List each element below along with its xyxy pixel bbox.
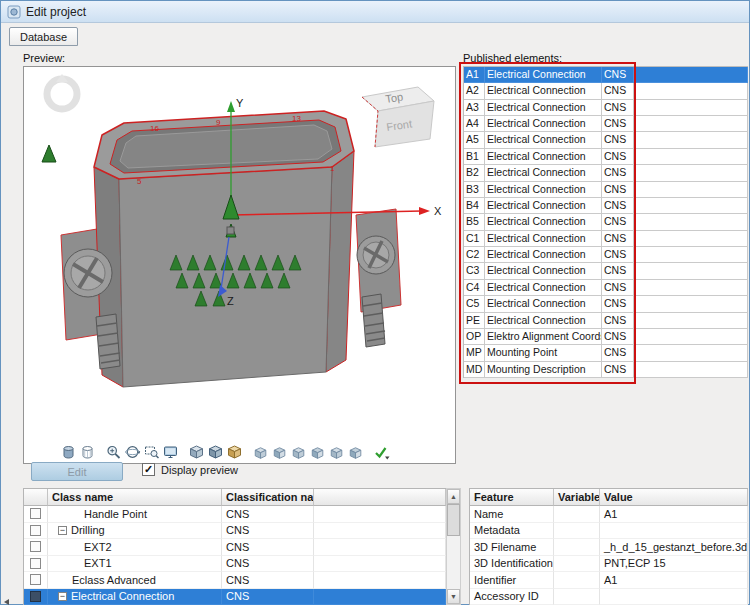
view-cube-6-icon[interactable] (347, 444, 364, 460)
published-id-cell: A5 (464, 132, 485, 148)
published-row[interactable]: A1Electrical ConnectionCNS (464, 67, 748, 83)
class-header-name[interactable]: Class name (48, 489, 222, 506)
wireframe-cylinder-icon[interactable] (79, 444, 96, 460)
published-row[interactable]: A4Electrical ConnectionCNS (464, 116, 748, 132)
class-checkbox[interactable] (30, 558, 41, 569)
published-row[interactable]: MDMounting DescriptionCNS (464, 362, 748, 378)
orbit-compass-icon[interactable] (47, 74, 77, 109)
preview-3d-viewport[interactable]: Top Front (23, 66, 456, 464)
tab-database[interactable]: Database (9, 27, 78, 46)
scroll-up-icon[interactable]: ▲ (447, 489, 460, 504)
app-icon (7, 5, 21, 19)
published-row[interactable]: B5Electrical ConnectionCNS (464, 214, 748, 230)
class-checkbox[interactable] (30, 508, 41, 519)
feature-row[interactable]: NameA1 (470, 506, 748, 523)
class-checkbox-cell (24, 589, 48, 605)
published-row[interactable]: B1Electrical ConnectionCNS (464, 149, 748, 165)
variable-cell (554, 523, 600, 540)
class-row[interactable]: Handle PointCNS (24, 506, 446, 523)
feature-row[interactable]: 3D IdentificationPNT,ECP 15 (470, 556, 748, 573)
feature-header-feature[interactable]: Feature (470, 489, 554, 506)
preview-toolbar (60, 444, 390, 460)
published-row[interactable]: C1Electrical ConnectionCNS (464, 231, 748, 247)
orbit-icon[interactable] (124, 444, 141, 460)
svg-text:13: 13 (292, 114, 301, 123)
expander-minus-icon[interactable]: − (58, 592, 67, 601)
published-id-cell: C3 (464, 263, 485, 279)
shaded-cylinder-icon[interactable] (60, 444, 77, 460)
feature-row[interactable]: Accessory ID (470, 589, 748, 605)
published-name-cell: Electrical Connection (485, 231, 602, 247)
class-row[interactable]: −DrillingCNS (24, 523, 446, 540)
published-cns-cell: CNS (602, 182, 634, 198)
feature-cell: Accessory ID (470, 589, 554, 605)
published-row[interactable]: C5Electrical ConnectionCNS (464, 296, 748, 312)
published-filler-cell (634, 83, 748, 99)
published-row[interactable]: B4Electrical ConnectionCNS (464, 198, 748, 214)
published-row[interactable]: A2Electrical ConnectionCNS (464, 83, 748, 99)
class-header-classification[interactable]: Classification name (222, 489, 314, 506)
feature-row[interactable]: Metadata (470, 523, 748, 540)
class-header-checkbox[interactable] (24, 489, 48, 506)
zoom-window-icon[interactable] (143, 444, 160, 460)
edit-button[interactable]: Edit (31, 462, 123, 481)
classification-cell: CNS (222, 506, 314, 523)
published-name-cell: Electrical Connection (485, 116, 602, 132)
titlebar[interactable]: Edit project (1, 1, 749, 23)
display-preview-option[interactable]: ✓ Display preview (142, 463, 238, 476)
published-cns-cell: CNS (602, 198, 634, 214)
class-row[interactable]: Eclass AdvancedCNS (24, 572, 446, 589)
preview-label: Preview: (23, 52, 65, 64)
published-row[interactable]: C4Electrical ConnectionCNS (464, 280, 748, 296)
class-checkbox[interactable] (30, 574, 41, 585)
edged-cube-icon[interactable] (207, 444, 224, 460)
class-row[interactable]: −Electrical ConnectionCNS (24, 589, 446, 605)
class-checkbox[interactable] (30, 591, 41, 602)
value-cell: PNT,ECP 15 (600, 556, 748, 573)
published-id-cell: B4 (464, 198, 485, 214)
feature-header-variable[interactable]: Variable (554, 489, 600, 506)
confirm-icon[interactable] (373, 444, 390, 460)
class-checkbox[interactable] (30, 541, 41, 552)
published-row[interactable]: B3Electrical ConnectionCNS (464, 182, 748, 198)
published-row[interactable]: C3Electrical ConnectionCNS (464, 263, 748, 279)
published-row[interactable]: C2Electrical ConnectionCNS (464, 247, 748, 263)
class-name-label: EXT1 (84, 557, 112, 569)
view-cube-2-icon[interactable] (271, 444, 288, 460)
published-filler-cell (634, 198, 748, 214)
fit-screen-icon[interactable] (162, 444, 179, 460)
published-row[interactable]: A5Electrical ConnectionCNS (464, 132, 748, 148)
view-cube-3-icon[interactable] (290, 444, 307, 460)
published-filler-cell (634, 296, 748, 312)
class-table-scrollbar[interactable]: ▲ ▼ (446, 488, 461, 605)
toolbar-group (60, 444, 96, 460)
view-cube[interactable]: Top Front (362, 87, 434, 147)
view-cube-4-icon[interactable] (309, 444, 326, 460)
feature-header-value[interactable]: Value (600, 489, 748, 506)
published-cns-cell: CNS (602, 247, 634, 263)
classification-cell: CNS (222, 539, 314, 556)
feature-row[interactable]: IdentifierA1 (470, 572, 748, 589)
published-row[interactable]: A3Electrical ConnectionCNS (464, 100, 748, 116)
published-filler-cell (634, 247, 748, 263)
shaded-cube-icon[interactable] (188, 444, 205, 460)
class-checkbox[interactable] (30, 525, 41, 536)
published-row[interactable]: MPMounting PointCNS (464, 345, 748, 361)
display-preview-checkbox[interactable]: ✓ (142, 463, 155, 476)
zoom-icon[interactable] (105, 444, 122, 460)
class-row[interactable]: EXT1CNS (24, 556, 446, 573)
published-row[interactable]: OPElektro Alignment CoordsysCNS (464, 329, 748, 345)
expander-minus-icon[interactable]: − (58, 526, 67, 535)
published-row[interactable]: PEElectrical ConnectionCNS (464, 313, 748, 329)
view-cube-1-icon[interactable] (252, 444, 269, 460)
feature-row[interactable]: 3D Filename_h_d_15_gestanzt_before.3db (470, 539, 748, 556)
scroll-left-icon[interactable] (4, 599, 9, 605)
published-id-cell: PE (464, 313, 485, 329)
scroll-thumb[interactable] (447, 504, 460, 536)
gold-cube-icon[interactable] (226, 444, 243, 460)
scroll-down-icon[interactable]: ▼ (447, 589, 460, 604)
published-name-cell: Electrical Connection (485, 313, 602, 329)
view-cube-5-icon[interactable] (328, 444, 345, 460)
class-row[interactable]: EXT2CNS (24, 539, 446, 556)
published-row[interactable]: B2Electrical ConnectionCNS (464, 165, 748, 181)
